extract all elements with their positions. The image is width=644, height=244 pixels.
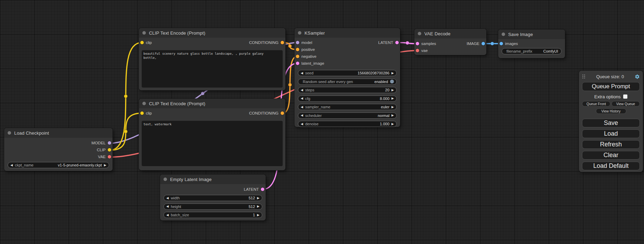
random-seed-toggle[interactable]: Random seed after every gen enabled — [298, 79, 397, 85]
link-clip-positive[interactable] — [110, 43, 142, 150]
increment-icon[interactable]: ▶ — [391, 123, 394, 126]
collapse-dot[interactable] — [8, 131, 11, 135]
decrement-icon[interactable]: ◀ — [301, 114, 303, 117]
input-images[interactable]: images — [498, 42, 518, 46]
node-title-bar[interactable]: Empty Latent Image — [160, 174, 266, 184]
output-conditioning[interactable]: CONDITIONING — [249, 40, 285, 45]
input-positive[interactable]: positive — [294, 47, 315, 52]
output-vae[interactable]: VAE — [98, 155, 113, 159]
clear-button[interactable]: Clear — [582, 151, 640, 160]
node-title-bar[interactable]: Load Checkpoint — [4, 128, 113, 138]
input-model[interactable]: model — [294, 40, 312, 45]
conditioning-port-dot[interactable] — [296, 55, 299, 58]
toggle-knob[interactable] — [390, 80, 394, 83]
node-graph-canvas[interactable]: Load Checkpoint MODEL CLIP VAE ◀ ckpt_na… — [0, 0, 644, 244]
link-midpoint-dot[interactable] — [288, 83, 292, 87]
input-samples[interactable]: samples — [414, 42, 436, 46]
link-midpoint-dot[interactable] — [491, 42, 494, 45]
queue-panel[interactable]: Queue size: 0 Queue Prompt Extra options… — [579, 71, 643, 172]
vae-port-dot[interactable] — [108, 155, 111, 159]
decrement-icon[interactable]: ◀ — [10, 164, 13, 167]
output-model[interactable]: MODEL — [91, 141, 113, 145]
input-clip[interactable]: clip — [139, 111, 152, 115]
collapse-dot[interactable] — [502, 33, 505, 36]
queue-prompt-button[interactable]: Queue Prompt — [582, 82, 640, 91]
latent-port-dot[interactable] — [395, 41, 399, 44]
denoise-widget[interactable]: ◀ denoise 1.000 ▶ — [298, 121, 397, 127]
conditioning-port-dot[interactable] — [296, 48, 299, 51]
decrement-icon[interactable]: ◀ — [301, 72, 303, 75]
image-port-dot[interactable] — [482, 42, 485, 45]
node-load-checkpoint[interactable]: Load Checkpoint MODEL CLIP VAE ◀ ckpt_na… — [4, 128, 113, 171]
extra-options-checkbox[interactable] — [623, 94, 627, 99]
input-latent-image[interactable]: latent_image — [294, 61, 324, 65]
output-clip[interactable]: CLIP — [97, 148, 113, 152]
clip-port-dot[interactable] — [140, 41, 144, 44]
node-vae-decode[interactable]: VAE Decode samples IMAGE vae — [414, 29, 486, 55]
increment-icon[interactable]: ▶ — [391, 89, 394, 92]
load-button[interactable]: Load — [582, 129, 640, 138]
drag-handle-icon[interactable] — [582, 74, 585, 79]
prompt-textarea[interactable]: text, watermark — [142, 121, 283, 166]
prompt-textarea[interactable]: beautiful scenery nature glass bottle la… — [142, 50, 283, 88]
load-default-button[interactable]: Load Default — [582, 162, 640, 170]
queue-front-button[interactable]: Queue Front — [582, 101, 610, 107]
height-widget[interactable]: ◀ height 512 ▶ — [164, 204, 262, 210]
input-negative[interactable]: negative — [294, 54, 316, 58]
collapse-dot[interactable] — [418, 32, 421, 35]
output-image[interactable]: IMAGE — [467, 42, 486, 46]
node-title-bar[interactable]: Save Image — [498, 29, 565, 39]
increment-icon[interactable]: ▶ — [257, 197, 259, 200]
image-port-dot[interactable] — [500, 42, 503, 45]
node-title-bar[interactable]: VAE Decode — [414, 29, 486, 38]
model-port-dot[interactable] — [108, 141, 111, 145]
input-clip[interactable]: clip — [139, 40, 152, 45]
collapse-dot[interactable] — [142, 102, 146, 105]
batch-size-widget[interactable]: ◀ batch_size 1 ▶ — [164, 212, 262, 218]
link-midpoint-dot[interactable] — [406, 41, 409, 45]
collapse-dot[interactable] — [142, 31, 146, 35]
link-clip-negative[interactable] — [110, 113, 142, 150]
cfg-widget[interactable]: ◀ cfg 8.000 ▶ — [298, 96, 397, 102]
increment-icon[interactable]: ▶ — [391, 114, 394, 117]
decrement-icon[interactable]: ◀ — [166, 214, 169, 217]
latent-port-dot[interactable] — [261, 188, 264, 191]
link-midpoint-dot[interactable] — [201, 92, 204, 95]
conditioning-port-dot[interactable] — [281, 111, 284, 115]
decrement-icon[interactable]: ◀ — [166, 197, 169, 200]
save-button[interactable]: Save — [582, 119, 640, 127]
node-empty-latent-image[interactable]: Empty Latent Image LATENT ◀ width 512 ▶ … — [160, 174, 266, 220]
refresh-button[interactable]: Refresh — [582, 140, 640, 149]
node-save-image[interactable]: Save Image images filename_prefix ComfyU… — [498, 29, 565, 58]
increment-icon[interactable]: ▶ — [391, 97, 394, 100]
view-history-button[interactable]: View History — [596, 108, 626, 114]
clip-port-dot[interactable] — [108, 148, 111, 152]
view-queue-button[interactable]: View Queue — [611, 101, 640, 107]
node-title-bar[interactable]: CLIP Text Encode (Prompt) — [139, 99, 285, 108]
filename-prefix-widget[interactable]: filename_prefix ComfyUI — [502, 48, 562, 54]
sampler-name-widget[interactable]: ◀ sampler_name euler ▶ — [298, 104, 397, 110]
steps-widget[interactable]: ◀ steps 20 ▶ — [298, 87, 397, 93]
node-ksampler[interactable]: KSampler model LATENT positive negative … — [294, 28, 400, 127]
node-clip-text-encode-positive[interactable]: CLIP Text Encode (Prompt) clip CONDITION… — [139, 28, 285, 90]
increment-icon[interactable]: ▶ — [391, 72, 394, 75]
clip-port-dot[interactable] — [140, 111, 144, 115]
ckpt-name-widget[interactable]: ◀ ckpt_name v1-5-pruned-emaonly.ckpt ▶ — [8, 162, 109, 168]
input-vae[interactable]: vae — [414, 48, 428, 53]
conditioning-port-dot[interactable] — [281, 41, 284, 44]
increment-icon[interactable]: ▶ — [391, 106, 394, 109]
decrement-icon[interactable]: ◀ — [301, 97, 303, 100]
scheduler-widget[interactable]: ◀ scheduler normal ▶ — [298, 112, 397, 119]
gear-icon[interactable] — [635, 74, 640, 79]
output-latent[interactable]: LATENT — [378, 40, 400, 45]
node-clip-text-encode-negative[interactable]: CLIP Text Encode (Prompt) clip CONDITION… — [139, 99, 285, 170]
output-conditioning[interactable]: CONDITIONING — [249, 111, 285, 115]
latent-port-dot[interactable] — [296, 62, 299, 65]
collapse-dot[interactable] — [298, 31, 301, 35]
link-midpoint-dot[interactable] — [288, 44, 292, 48]
increment-icon[interactable]: ▶ — [257, 214, 259, 217]
link-midpoint-dot[interactable] — [124, 130, 127, 133]
increment-icon[interactable]: ▶ — [257, 205, 259, 208]
width-widget[interactable]: ◀ width 512 ▶ — [164, 195, 262, 201]
decrement-icon[interactable]: ◀ — [301, 123, 303, 126]
